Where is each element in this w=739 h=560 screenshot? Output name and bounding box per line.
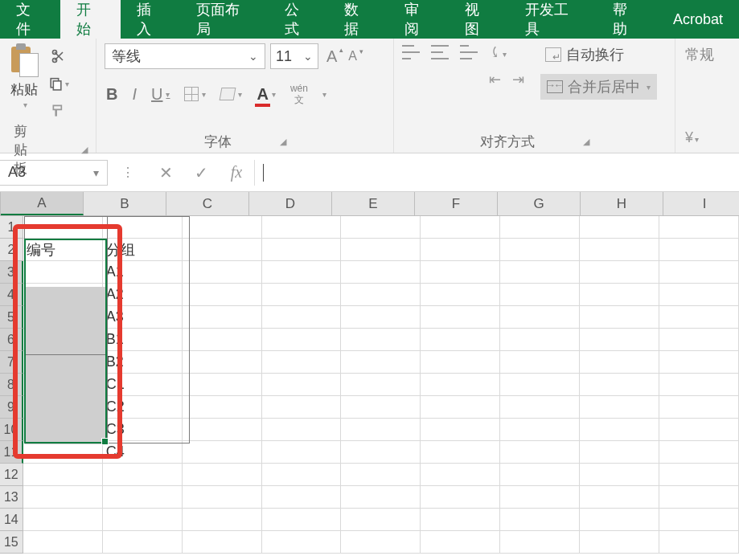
cell-F9[interactable]	[421, 396, 500, 419]
cell-E4[interactable]	[341, 284, 421, 306]
cell-H3[interactable]	[580, 261, 659, 284]
border-button[interactable]: ▾	[183, 85, 207, 103]
confirm-formula-button[interactable]: ✓	[183, 163, 219, 182]
cell-D3[interactable]	[262, 261, 342, 284]
cell-H12[interactable]	[580, 464, 659, 486]
italic-button[interactable]: I	[130, 84, 138, 105]
cell-B11[interactable]: C4	[103, 441, 183, 464]
cell-C11[interactable]	[183, 441, 262, 464]
cell-B15[interactable]	[103, 531, 183, 554]
insert-function-button[interactable]: fx	[219, 163, 254, 182]
cell-G10[interactable]	[500, 419, 580, 441]
select-all-corner[interactable]	[0, 192, 1, 215]
cell-B10[interactable]: C3	[103, 419, 183, 441]
cell-B4[interactable]: A2	[103, 284, 183, 306]
cell-H5[interactable]	[580, 306, 659, 329]
phonetic-guide-button[interactable]: wén 文	[289, 82, 310, 106]
cell-E9[interactable]	[341, 396, 421, 419]
cell-I11[interactable]	[659, 441, 739, 464]
cell-I8[interactable]	[659, 374, 739, 396]
cell-A6[interactable]	[23, 329, 103, 351]
cell-G11[interactable]	[500, 441, 580, 464]
tab-formulas[interactable]: 公式	[269, 0, 329, 39]
cell-I13[interactable]	[659, 486, 739, 509]
cell-A9[interactable]	[23, 396, 103, 419]
cell-E15[interactable]	[341, 531, 421, 554]
cell-C14[interactable]	[183, 509, 262, 531]
copy-button[interactable]: ▾	[48, 74, 69, 93]
cell-H11[interactable]	[580, 441, 659, 464]
column-header-G[interactable]: G	[498, 192, 581, 215]
cell-F8[interactable]	[421, 374, 500, 396]
cell-A7[interactable]	[23, 351, 103, 374]
paste-dropdown-icon[interactable]: ▾	[23, 100, 27, 109]
row-header-8[interactable]: 8	[0, 374, 23, 396]
wrap-text-button[interactable]: 自动换行	[540, 43, 657, 66]
column-header-C[interactable]: C	[166, 192, 249, 215]
cell-D9[interactable]	[262, 396, 342, 419]
align-bottom-button[interactable]	[460, 45, 478, 59]
cell-I12[interactable]	[659, 464, 739, 486]
row-header-10[interactable]: 10	[0, 419, 23, 441]
row-header-11[interactable]: 11	[0, 441, 23, 464]
cell-C9[interactable]	[183, 396, 262, 419]
cell-D11[interactable]	[262, 441, 342, 464]
cell-B14[interactable]	[103, 509, 183, 531]
cell-D8[interactable]	[262, 374, 342, 396]
cut-button[interactable]	[48, 47, 69, 66]
cell-F1[interactable]	[421, 216, 500, 239]
increase-indent-button[interactable]: ⇥	[512, 71, 524, 88]
column-header-E[interactable]: E	[332, 192, 415, 215]
row-header-5[interactable]: 5	[0, 306, 23, 329]
row-header-9[interactable]: 9	[0, 396, 23, 419]
cell-G2[interactable]	[500, 239, 580, 261]
cell-G4[interactable]	[500, 284, 580, 306]
cell-H1[interactable]	[580, 216, 659, 239]
cell-G6[interactable]	[500, 329, 580, 351]
cell-D15[interactable]	[262, 531, 342, 554]
cell-D2[interactable]	[262, 239, 342, 261]
cell-C15[interactable]	[183, 531, 262, 554]
cell-F12[interactable]	[421, 464, 500, 486]
cell-B6[interactable]: B1	[103, 329, 183, 351]
cell-I14[interactable]	[659, 509, 739, 531]
cell-B1[interactable]	[103, 216, 183, 239]
row-header-2[interactable]: 2	[0, 239, 23, 261]
fill-color-button[interactable]: ▾	[219, 86, 244, 102]
increase-font-size-button[interactable]: A	[323, 47, 340, 66]
decrease-indent-button[interactable]: ⇤	[489, 71, 501, 88]
cell-F14[interactable]	[421, 509, 500, 531]
column-header-A[interactable]: A	[1, 192, 84, 215]
cell-H8[interactable]	[580, 374, 659, 396]
name-box[interactable]: A3 ▾	[0, 160, 108, 186]
cell-H13[interactable]	[580, 486, 659, 509]
cell-C13[interactable]	[183, 486, 262, 509]
alignment-dialog-launcher-icon[interactable]: ◢	[583, 137, 589, 147]
cell-D13[interactable]	[262, 486, 342, 509]
cell-F10[interactable]	[421, 419, 500, 441]
align-top-button[interactable]	[402, 45, 420, 59]
align-right-button[interactable]	[460, 72, 478, 87]
cell-C2[interactable]	[183, 239, 262, 261]
cell-E1[interactable]	[341, 216, 421, 239]
cell-H7[interactable]	[580, 351, 659, 374]
cell-D14[interactable]	[262, 509, 342, 531]
cell-G7[interactable]	[500, 351, 580, 374]
row-header-15[interactable]: 15	[0, 531, 23, 554]
cell-A11[interactable]	[23, 441, 103, 464]
cell-B8[interactable]: C1	[103, 374, 183, 396]
tab-data[interactable]: 数据	[328, 0, 388, 39]
cell-B12[interactable]	[103, 464, 183, 486]
cancel-formula-button[interactable]: ✕	[148, 163, 183, 182]
tab-page-layout[interactable]: 页面布局	[180, 0, 268, 39]
cell-C12[interactable]	[183, 464, 262, 486]
cell-I2[interactable]	[659, 239, 739, 261]
font-dialog-launcher-icon[interactable]: ◢	[280, 137, 286, 147]
font-name-select[interactable]: 等线 ⌄	[105, 43, 265, 69]
cell-I10[interactable]	[659, 419, 739, 441]
decrease-font-size-button[interactable]: A	[345, 49, 360, 63]
cell-D10[interactable]	[262, 419, 342, 441]
currency-button[interactable]: ¥▾	[685, 129, 699, 146]
cell-A10[interactable]	[23, 419, 103, 441]
paste-button[interactable]: 粘贴 ▾	[8, 43, 40, 109]
